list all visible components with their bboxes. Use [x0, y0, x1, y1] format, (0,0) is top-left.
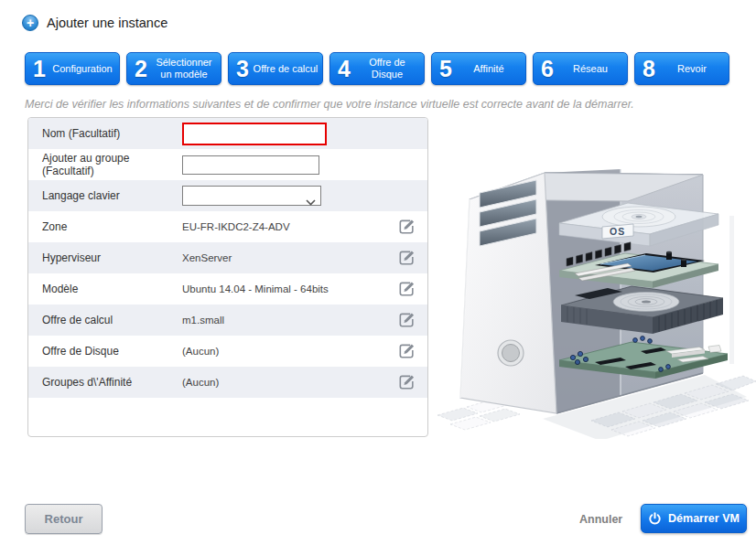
launch-vm-button[interactable]: Démarrer VM	[641, 504, 747, 533]
step-number: 6	[534, 58, 554, 80]
disk-offering-row: Offre de Disque(Aucun)	[28, 336, 427, 367]
zone-edit-button[interactable]	[397, 218, 416, 236]
edit-pencil-icon	[398, 317, 416, 331]
step-number: 2	[127, 58, 147, 80]
back-button[interactable]: Retour	[25, 504, 103, 534]
step-label: Revoir	[655, 63, 729, 75]
keyboard-language-row: Langage clavier	[28, 180, 427, 211]
group-row: Ajouter au groupe (Facultatif)	[28, 149, 427, 180]
step-number: 3	[229, 58, 249, 80]
add-instance-wizard: + Ajouter une instance 1Configuration2Sé…	[0, 0, 756, 545]
template-value: Ubuntu 14.04 - Minimal - 64bits	[182, 283, 329, 294]
template-row: ModèleUbuntu 14.04 - Minimal - 64bits	[28, 273, 427, 305]
hypervisor-value: XenServer	[182, 252, 232, 263]
hypervisor-label: Hyperviseur	[28, 251, 182, 264]
os-label: OS	[610, 226, 625, 237]
add-instance-plus-icon: +	[22, 15, 38, 31]
affinity-groups-value: (Aucun)	[182, 377, 219, 388]
affinity-groups-row: Groupes d\'Affinité(Aucun)	[28, 367, 427, 398]
name-input[interactable]	[182, 123, 327, 145]
step-label: Offre de Disque	[351, 57, 424, 80]
compute-offering-value: m1.small	[182, 315, 224, 326]
edit-pencil-icon	[398, 255, 416, 269]
compute-offering-label: Offre de calcul	[28, 314, 182, 326]
computer-tower-illustration: OS	[437, 144, 756, 439]
keyboard-language-select[interactable]	[182, 186, 321, 206]
edit-pencil-icon	[398, 379, 416, 393]
zone-value: EU-FR-IKDC2-Z4-ADV	[182, 221, 290, 232]
disk-offering-edit-button[interactable]	[397, 342, 416, 360]
compute-offering-row: Offre de calculm1.small	[28, 305, 427, 336]
step-tab-2[interactable]: 2Sélectionner un modèle	[126, 52, 221, 85]
review-form-panel: Nom (Facultatif)Ajouter au groupe (Facul…	[27, 117, 428, 437]
edit-pencil-icon	[398, 348, 416, 362]
hypervisor-row: HyperviseurXenServer	[28, 242, 427, 273]
step-number: 8	[635, 58, 655, 80]
step-tab-1[interactable]: 1Configuration	[25, 52, 120, 85]
step-label: Affinité	[452, 63, 525, 75]
launch-vm-label: Démarrer VM	[668, 512, 740, 525]
power-icon	[648, 512, 662, 526]
template-edit-button[interactable]	[397, 280, 416, 298]
step-tab-3[interactable]: 3Offre de calcul	[228, 52, 323, 85]
step-number: 1	[26, 58, 46, 80]
step-number: 5	[432, 58, 452, 80]
zone-row: ZoneEU-FR-IKDC2-Z4-ADV	[28, 211, 427, 242]
step-tab-4[interactable]: 4Offre de Disque	[329, 52, 425, 85]
wizard-header: + Ajouter une instance	[22, 15, 167, 31]
keyboard-language-label: Langage clavier	[28, 189, 182, 202]
group-label: Ajouter au groupe (Facultatif)	[28, 152, 182, 177]
name-label: Nom (Facultatif)	[28, 127, 182, 140]
step-label: Sélectionner un modèle	[147, 57, 221, 80]
step-tab-5[interactable]: 5Affinité	[431, 52, 526, 85]
step-tab-8[interactable]: 8Revoir	[634, 52, 729, 85]
hypervisor-edit-button[interactable]	[397, 249, 416, 267]
review-instructions: Merci de vérifier les informations suiva…	[25, 98, 729, 111]
step-label: Réseau	[554, 63, 627, 75]
template-label: Modèle	[28, 283, 182, 295]
step-number: 4	[330, 58, 351, 80]
disk-offering-value: (Aucun)	[182, 346, 219, 357]
power-button	[498, 340, 524, 366]
cancel-button[interactable]: Annuler	[579, 513, 622, 526]
name-row: Nom (Facultatif)	[28, 118, 427, 149]
compute-offering-edit-button[interactable]	[397, 311, 416, 329]
step-tab-6[interactable]: 6Réseau	[533, 52, 628, 85]
group-input[interactable]	[182, 155, 319, 175]
step-label: Configuration	[46, 63, 119, 75]
disk-offering-label: Offre de Disque	[28, 345, 182, 358]
wizard-steps: 1Configuration2Sélectionner un modèle3Of…	[25, 52, 729, 85]
affinity-groups-edit-button[interactable]	[397, 373, 416, 391]
page-title: Ajouter une instance	[47, 16, 167, 30]
affinity-groups-label: Groupes d\'Affinité	[28, 376, 182, 389]
chevron-down-icon	[306, 193, 316, 209]
edit-pencil-icon	[398, 286, 416, 300]
edit-pencil-icon	[398, 224, 416, 238]
zone-label: Zone	[28, 220, 182, 233]
step-label: Offre de calcul	[249, 63, 322, 75]
